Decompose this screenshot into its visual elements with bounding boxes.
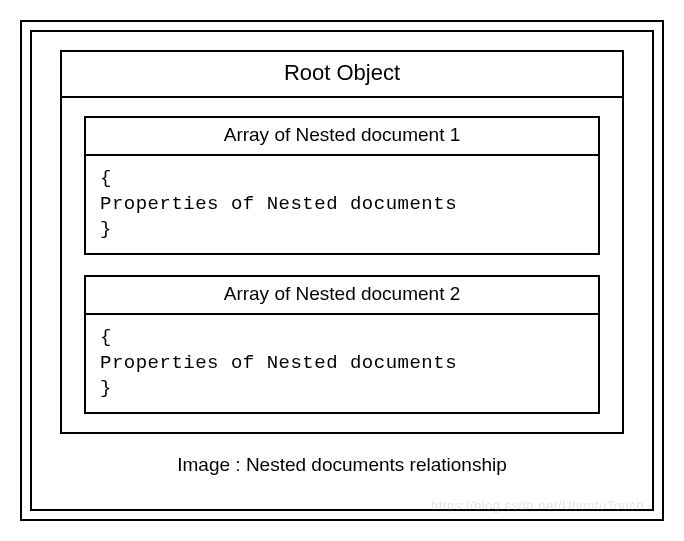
- root-object-box: Root Object Array of Nested document 1 {…: [60, 50, 624, 434]
- root-object-body: Array of Nested document 1 { Properties …: [62, 98, 622, 432]
- nested-document-2-title: Array of Nested document 2: [86, 277, 598, 315]
- nested-document-2: Array of Nested document 2 { Properties …: [84, 275, 600, 414]
- outer-frame: Root Object Array of Nested document 1 {…: [20, 20, 664, 521]
- root-object-title: Root Object: [62, 52, 622, 98]
- nested-document-1-title: Array of Nested document 1: [86, 118, 598, 156]
- diagram-caption: Image : Nested documents relationship: [177, 452, 507, 476]
- nested-document-1: Array of Nested document 1 { Properties …: [84, 116, 600, 255]
- inner-frame: Root Object Array of Nested document 1 {…: [30, 30, 654, 511]
- nested-document-2-body: { Properties of Nested documents }: [86, 315, 598, 412]
- nested-document-1-body: { Properties of Nested documents }: [86, 156, 598, 253]
